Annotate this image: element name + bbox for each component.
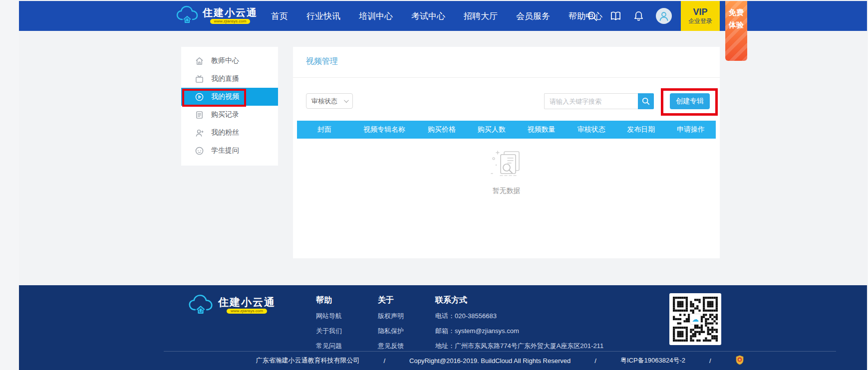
video-management-panel: 视频管理 审核状态 创建专辑 封面 视频专辑名称 购买价格 购买人数 视频数量 …: [293, 47, 720, 258]
nav-item-recruitment-hall[interactable]: 招聘大厅: [464, 10, 498, 22]
sidebar-item-label: 教师中心: [211, 56, 239, 65]
audit-status-selected-value: 审核状态: [311, 97, 337, 106]
empty-state: 暂无数据: [293, 150, 720, 195]
fans-icon: [195, 129, 204, 137]
footer-help-title: 帮助: [316, 295, 342, 306]
question-icon: [195, 147, 204, 155]
col-album-name: 视频专辑名称: [352, 125, 417, 134]
sidebar-item-student-questions[interactable]: 学生提问: [181, 142, 278, 160]
user-avatar[interactable]: [656, 8, 672, 24]
sidebar-item-label: 我的视频: [211, 92, 239, 101]
footer-logo-title: 住建小云通: [218, 297, 276, 308]
police-badge-icon: [735, 355, 744, 367]
col-publish-date: 发布日期: [616, 125, 666, 134]
vip-label: VIP: [693, 7, 707, 17]
footer-about-column: 关于 版权声明 隐私保护 意见反馈: [378, 295, 404, 351]
sidebar-item-my-fans[interactable]: 我的粉丝: [181, 124, 278, 142]
qr-code: ☁: [669, 293, 721, 345]
sidebar: 教师中心 我的直播 我的视频 购买记录 我的粉丝 学生提问: [181, 47, 278, 166]
page: 住建小云通 www.zjiansys.com 首页 行业快讯 培训中心 考试中心…: [19, 1, 867, 370]
footer-contact-column: 联系方式 电话：020-38556683 邮箱：system@zjiansys.…: [435, 295, 603, 351]
book-icon[interactable]: [610, 11, 621, 21]
footer-contact-phone: 电话：020-38556683: [435, 312, 603, 321]
copyright-bar: 广东省瀚建小云通教育科技有限公司 / CopyRight@2016-2019. …: [164, 351, 836, 370]
sidebar-item-my-videos[interactable]: 我的视频: [181, 88, 278, 106]
free-trial-ribbon[interactable]: 免费体验: [725, 1, 747, 61]
footer-help-column: 帮助 网站导航 关于我们 常见问题: [316, 295, 342, 351]
search-icon[interactable]: [587, 11, 597, 21]
col-price: 购买价格: [417, 125, 467, 134]
chevron-down-icon: [344, 98, 349, 103]
nav-item-training-center[interactable]: 培训中心: [359, 10, 393, 22]
play-circle-icon: [195, 93, 204, 101]
copyright-text: CopyRight@2016-2019. BuildCloud All Righ…: [409, 357, 571, 365]
footer-link-faq[interactable]: 常见问题: [316, 342, 342, 351]
sidebar-item-label: 我的粉丝: [211, 128, 239, 137]
main-nav: 首页 行业快讯 培训中心 考试中心 招聘大厅 会员服务 帮助中心: [271, 1, 602, 31]
title-divider: [293, 77, 720, 78]
create-album-button[interactable]: 创建专辑: [670, 93, 710, 109]
header-icon-bar: [587, 1, 672, 31]
col-video-count: 视频数量: [517, 125, 567, 134]
separator: /: [709, 357, 711, 365]
logo-title: 住建小云通: [203, 7, 258, 18]
footer-logo-domain-badge: www.zjiansys.com: [227, 309, 267, 314]
nav-item-industry-news[interactable]: 行业快讯: [306, 10, 340, 22]
footer-logo: 住建小云通 www.zjiansys.com: [188, 294, 276, 316]
qr-center-cloud-icon: ☁: [690, 314, 701, 325]
separator: /: [594, 357, 596, 365]
search-icon: [642, 97, 650, 105]
live-tv-icon: [195, 75, 204, 83]
search-button[interactable]: [638, 93, 654, 109]
audit-status-dropdown[interactable]: 审核状态: [306, 93, 353, 109]
cloud-logo-icon: [188, 294, 213, 316]
sidebar-item-teacher-center[interactable]: 教师中心: [181, 52, 278, 70]
col-apply-action: 申请操作: [666, 125, 716, 134]
search-input[interactable]: [544, 93, 638, 109]
enterprise-login-label: 企业登录: [688, 17, 712, 25]
footer: 住建小云通 www.zjiansys.com 帮助 网站导航 关于我们 常见问题…: [19, 285, 867, 370]
sidebar-item-purchase-records[interactable]: 购买记录: [181, 106, 278, 124]
no-data-label: 暂无数据: [293, 186, 720, 195]
col-audit-status: 审核状态: [566, 125, 616, 134]
sidebar-item-label: 学生提问: [211, 146, 239, 155]
home-icon: [195, 57, 204, 65]
nav-item-exam-center[interactable]: 考试中心: [411, 10, 445, 22]
company-name: 广东省瀚建小云通教育科技有限公司: [256, 356, 359, 365]
footer-contact-title: 联系方式: [435, 295, 603, 306]
nav-item-home[interactable]: 首页: [271, 10, 288, 22]
footer-contact-address: 地址：广州市东风东路774号广东外贸大厦A座东区201-211: [435, 342, 603, 351]
no-data-icon: [489, 150, 524, 179]
sidebar-item-label: 购买记录: [211, 110, 239, 119]
vip-enterprise-login-button[interactable]: VIP 企业登录: [681, 1, 720, 31]
table-header-row: 封面 视频专辑名称 购买价格 购买人数 视频数量 审核状态 发布日期 申请操作: [297, 121, 716, 139]
cloud-logo-icon: [176, 5, 198, 25]
separator: /: [383, 357, 385, 365]
bell-icon[interactable]: [634, 11, 643, 21]
col-buyers: 购买人数: [467, 125, 517, 134]
footer-link-copyright-statement[interactable]: 版权声明: [378, 312, 404, 321]
icp-number: 粤ICP备19063824号-2: [620, 356, 685, 365]
logo-domain-badge: www.zjiansys.com: [210, 19, 251, 24]
sidebar-item-label: 我的直播: [211, 74, 239, 83]
footer-link-privacy[interactable]: 隐私保护: [378, 327, 404, 336]
footer-contact-email: 邮箱：system@zjiansys.com: [435, 327, 603, 336]
col-cover: 封面: [297, 125, 352, 134]
purchase-record-icon: [195, 111, 204, 119]
footer-link-feedback[interactable]: 意见反馈: [378, 342, 404, 351]
site-logo[interactable]: 住建小云通 www.zjiansys.com: [176, 5, 258, 25]
nav-item-member-services[interactable]: 会员服务: [516, 10, 550, 22]
footer-about-title: 关于: [378, 295, 404, 306]
page-title: 视频管理: [306, 56, 338, 67]
search-group: [544, 93, 654, 109]
footer-link-about-us[interactable]: 关于我们: [316, 327, 342, 336]
footer-link-site-nav[interactable]: 网站导航: [316, 312, 342, 321]
sidebar-item-my-live[interactable]: 我的直播: [181, 70, 278, 88]
